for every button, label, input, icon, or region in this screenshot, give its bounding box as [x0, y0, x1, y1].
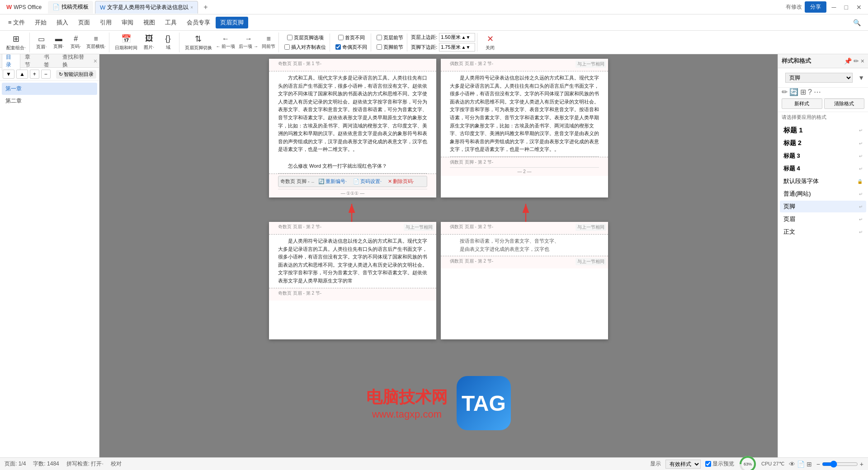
rp-icon2-3[interactable]: ⊞ — [800, 88, 806, 96]
page2-footer-ruler: — 2 — — [450, 167, 599, 174]
rp-icon2-4[interactable]: ? — [808, 88, 812, 96]
menu-header-footer[interactable]: 页眉页脚 — [216, 17, 248, 28]
rp-icon2-5[interactable]: ⋯ — [814, 88, 821, 96]
style-body[interactable]: 正文 ↵ — [780, 226, 866, 238]
style-header[interactable]: 页眉 ↵ — [780, 213, 866, 225]
page-4-footer[interactable]: 偶数页 页眉 - 第 2 节- 与上一节相同 — [441, 256, 608, 268]
clear-format-btn[interactable]: 清除格式 — [824, 99, 865, 109]
close-btn[interactable]: ✕ — [854, 3, 864, 12]
hf-toggle-btn[interactable]: ⇅ 页眉页脚切换 — [183, 33, 214, 52]
datetime-btn[interactable]: 📅 日期和时间 — [113, 33, 139, 52]
maximize-btn[interactable]: □ — [842, 3, 851, 12]
page-1-header[interactable]: 奇数页 页眉 - 第 1 节- — [269, 59, 436, 71]
menu-ref[interactable]: 引用 — [95, 17, 116, 28]
page-2-header[interactable]: 偶数页 页眉 - 第 2 节- 与上一节相同 — [441, 59, 608, 71]
odd-even-diff-checkbox[interactable]: 奇偶页不同 — [334, 43, 369, 52]
next-item-btn[interactable]: → 后一项 → — [237, 33, 259, 52]
menu-start[interactable]: 开始 — [30, 17, 51, 28]
toolbar-group-config: ⊞ 配套组合· — [3, 33, 30, 52]
zoom-in-btn[interactable]: + — [860, 461, 863, 468]
style-normal-web[interactable]: 普通(网站) ↵ — [780, 188, 866, 200]
page-4-content[interactable]: 按语音和语素，可分为音素文字、音节文字、 是由表义文字进化成的表意文字，汉字也 — [441, 235, 608, 256]
style-default-font[interactable]: 默认段落字体 🔒 — [780, 175, 866, 187]
wps-logo[interactable]: W WPS Office — [4, 3, 44, 11]
delete-code-btn[interactable]: ✕ 删除页码· — [386, 178, 416, 185]
page-3-header[interactable]: 奇数页 页眉 - 第 2 节- 与上一节相同 — [269, 222, 436, 235]
hf-options-checkbox[interactable]: 页层页脚选项 — [285, 33, 326, 42]
header-margin-input[interactable]: 1.50厘米 ▲▼ — [439, 33, 475, 42]
rp-icon2-1[interactable]: ✏ — [782, 88, 788, 96]
footer-margin-input[interactable]: 1.75厘米 ▲▼ — [439, 43, 475, 52]
tab-document[interactable]: W 文字是人类用符号记录表达信息以 × — [95, 1, 198, 14]
display-select[interactable]: 有效样式 — [665, 460, 701, 469]
menu-vip[interactable]: 会员专享 — [182, 17, 215, 28]
align-tab-checkbox[interactable]: 插入对齐制表位 — [283, 43, 328, 52]
page-4-header[interactable]: 偶数页 页眉 - 第 2 节- 与上一节相同 — [441, 222, 608, 235]
same-section-btn[interactable]: ≡ 同前节 — [260, 33, 277, 52]
header-prev-section-checkbox[interactable]: 页层前节 — [375, 33, 405, 42]
page-3-content[interactable]: 是人类用符号记录表达信息以传之久远的方式和工具。现代文字大多是记录语言的工具。人… — [269, 235, 436, 288]
show-preview-label[interactable]: 显示预览 — [705, 460, 734, 468]
rp-pin-icon[interactable]: 📌 — [844, 57, 852, 65]
rp-edit-icon[interactable]: ✏ — [854, 57, 859, 65]
menu-review[interactable]: 审阅 — [117, 17, 138, 28]
tab-close-btn[interactable]: × — [190, 5, 193, 10]
picture-btn[interactable]: 🖼 图片· — [140, 33, 158, 52]
page-1-footer[interactable]: 奇数页 页脚 - – 🔄 重新编号· 📄 页码设置· ✕ — [269, 174, 436, 197]
view-btn-3[interactable]: ⊞ — [807, 461, 812, 468]
page-line-btn[interactable]: ≡ 页层横线· — [85, 33, 107, 52]
prev-item-btn[interactable]: ← ← 前一项 — [215, 33, 237, 52]
zoom-out-btn[interactable]: − — [816, 461, 820, 468]
style-heading3[interactable]: 标题 3 ↵ — [780, 150, 866, 162]
share-button[interactable]: 分享 — [805, 1, 826, 13]
minimize-btn[interactable]: ─ — [829, 3, 839, 12]
view-btn-2[interactable]: 📄 — [797, 461, 805, 468]
view-btn-1[interactable]: 👁 — [789, 461, 795, 468]
page-1-content[interactable]: 方式和工具。现代文字大多是记录语言的工具。人类往往先有口头的语言后产生书面文字，… — [269, 71, 436, 173]
spell-check[interactable]: 拼写检查: 打开· — [66, 460, 104, 468]
toc-expand-btn[interactable]: ▲ — [16, 70, 28, 79]
toc-item-ch2[interactable]: 第二章 — [2, 95, 97, 107]
style-heading4[interactable]: 标题 4 ↵ — [780, 163, 866, 174]
page-2-content[interactable]: 是人类用符号记录表达信息以传之久远的方式和工具。现代文字大多是记录语言的工具。人… — [441, 71, 608, 156]
page-3-footer[interactable]: 奇数页 页眉 - 第 2 节- — [269, 288, 436, 301]
rp-icon2-2[interactable]: 🔄 — [789, 88, 798, 96]
style-heading2[interactable]: 标题 2 ↵ — [780, 137, 866, 149]
add-tab-btn[interactable]: + — [200, 1, 211, 13]
tab-template[interactable]: 📄 找稿壳模板 — [48, 1, 93, 14]
show-preview-checkbox[interactable] — [705, 461, 711, 467]
toc-add-btn[interactable]: + — [30, 70, 39, 79]
menu-page[interactable]: 页面 — [74, 17, 94, 28]
page-num-btn[interactable]: # 页码· — [68, 33, 84, 52]
menu-insert[interactable]: 插入 — [52, 17, 73, 28]
left-panel-close-btn[interactable]: × — [94, 57, 97, 65]
style-heading1[interactable]: 标题 1 ↵ — [780, 124, 866, 136]
menu-view[interactable]: 视图 — [139, 17, 160, 28]
close-hf-btn[interactable]: ✕ 关闭 — [481, 33, 499, 52]
zoom-slider[interactable] — [822, 461, 858, 468]
arrow2-container — [441, 199, 610, 222]
rp-close-icon[interactable]: × — [861, 57, 864, 65]
style-footer[interactable]: 页脚 ↵ — [780, 201, 866, 212]
page-settings-btn[interactable]: 📄 页码设置· — [351, 178, 384, 185]
auto-toc-btn[interactable]: ↻ 智能识别目录 — [56, 70, 96, 79]
style-dropdown[interactable]: 页脚 — [785, 73, 853, 83]
menu-file[interactable]: ≡ 文件 — [4, 17, 29, 28]
first-page-diff-checkbox[interactable]: 首页不同 — [336, 33, 367, 42]
menu-tools[interactable]: 工具 — [160, 17, 181, 28]
new-style-btn[interactable]: 新样式 — [782, 99, 822, 109]
toc-collapse-btn[interactable]: ▼ — [3, 70, 14, 79]
toc-remove-btn[interactable]: − — [41, 70, 51, 79]
toc-item-ch1[interactable]: 第一章 — [2, 83, 97, 95]
header-btn[interactable]: ▭ 页眉· — [33, 33, 50, 52]
footer-btn[interactable]: ▬ 页脚· — [51, 33, 67, 52]
menu-search[interactable]: 🔍 — [849, 19, 864, 26]
dropdown-more-icon[interactable]: ▼ — [858, 74, 864, 81]
config-combo-btn[interactable]: ⊞ 配套组合· — [5, 33, 28, 52]
doc-scroll-area[interactable]: 奇数页 页眉 - 第 1 节- 方式和工具。现代文字大多是记录语言的工具。人类往… — [99, 54, 778, 457]
footer-prev-section-checkbox[interactable]: 页脚前节 — [375, 43, 405, 52]
field-btn[interactable]: {} 域 — [159, 33, 177, 52]
proofread-btn[interactable]: 校对 — [111, 460, 122, 468]
page-2-footer[interactable]: 偶数页 页脚 - 第 2 节- — 2 — — [441, 157, 608, 176]
renumber-btn[interactable]: 🔄 重新编号· — [316, 178, 349, 185]
